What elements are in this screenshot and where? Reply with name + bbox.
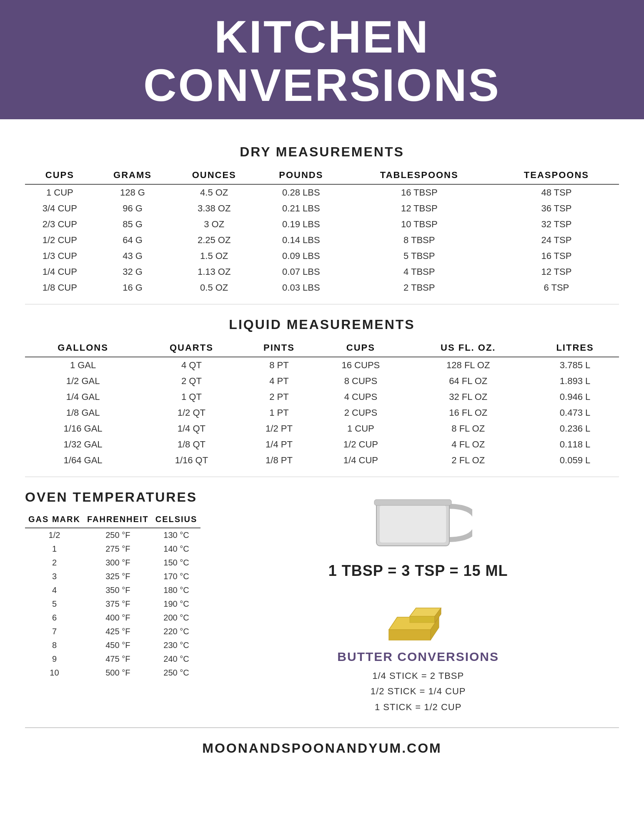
oven-table: GAS MARK FAHRENHEIT CELSIUS 1/2250 °F130… (25, 512, 200, 680)
butter-line-3: 1 STICK = 1/2 CUP (371, 699, 466, 715)
oven-cell-5-1: 375 °F (84, 597, 152, 611)
dry-cell-0-4: 16 TBSP (345, 184, 494, 201)
dry-cell-1-0: 3/4 CUP (25, 201, 95, 216)
oven-cell-0-1: 250 °F (84, 528, 152, 542)
liquid-cell-3-5: 0.473 L (531, 405, 619, 421)
liquid-cell-0-3: 16 CUPS (316, 357, 405, 373)
dry-table-row: 1/2 CUP64 G2.25 OZ0.14 LBS8 TBSP24 TSP (25, 232, 619, 248)
liquid-cell-4-0: 1/16 GAL (25, 421, 141, 437)
liquid-cell-6-1: 1/16 QT (141, 452, 242, 468)
liquid-table-row: 1/16 GAL1/4 QT1/2 PT1 CUP8 FL OZ0.236 L (25, 421, 619, 437)
oven-table-row: 7425 °F220 °C (25, 625, 200, 638)
liquid-table-row: 1/64 GAL1/16 QT1/8 PT1/4 CUP2 FL OZ0.059… (25, 452, 619, 468)
dry-cell-2-1: 85 G (95, 216, 171, 232)
dry-cell-6-3: 0.03 LBS (258, 280, 345, 296)
liquid-cell-2-2: 2 PT (242, 389, 316, 405)
liquid-measurements-table: GALLONS QUARTS PINTS CUPS US FL. OZ. LIT… (25, 340, 619, 468)
dry-cell-2-3: 0.19 LBS (258, 216, 345, 232)
oven-cell-2-2: 150 °C (152, 556, 201, 570)
butter-image (376, 592, 460, 646)
liquid-cell-5-5: 0.118 L (531, 437, 619, 452)
liquid-cell-3-4: 16 FL OZ (405, 405, 531, 421)
liquid-cell-4-3: 1 CUP (316, 421, 405, 437)
oven-cell-9-2: 240 °C (152, 652, 201, 666)
tbsp-conversion-text: 1 TBSP = 3 TSP = 15 ML (328, 562, 508, 580)
oven-cell-4-1: 350 °F (84, 583, 152, 597)
dry-table-row: 1 CUP128 G4.5 OZ0.28 LBS16 TBSP48 TSP (25, 184, 619, 201)
footer: MOONANDSPOONANDYUM.COM (25, 727, 619, 764)
svg-rect-7 (410, 616, 435, 623)
dry-table-header-row: CUPS GRAMS OUNCES POUNDS TABLESPOONS TEA… (25, 167, 619, 184)
dry-table-body: 1 CUP128 G4.5 OZ0.28 LBS16 TBSP48 TSP3/4… (25, 184, 619, 296)
liquid-cell-4-5: 0.236 L (531, 421, 619, 437)
oven-cell-9-0: 9 (25, 652, 84, 666)
butter-line-2: 1/2 STICK = 1/4 CUP (371, 683, 466, 699)
dry-cell-2-0: 2/3 CUP (25, 216, 95, 232)
liquid-col-gallons: GALLONS (25, 340, 141, 357)
dry-table-row: 2/3 CUP85 G3 OZ0.19 LBS10 TBSP32 TSP (25, 216, 619, 232)
liquid-cell-6-0: 1/64 GAL (25, 452, 141, 468)
dry-cell-1-3: 0.21 LBS (258, 201, 345, 216)
butter-conversions: 1/4 STICK = 2 TBSP 1/2 STICK = 1/4 CUP 1… (371, 668, 466, 715)
right-panel: 1 TBSP = 3 TSP = 15 ML BUTTER CONVERSION… (217, 490, 619, 715)
dry-cell-3-1: 64 G (95, 232, 171, 248)
dry-cell-4-3: 0.09 LBS (258, 248, 345, 264)
liquid-table-body: 1 GAL4 QT8 PT16 CUPS128 FL OZ3.785 L1/2 … (25, 357, 619, 468)
oven-table-row: 1275 °F140 °C (25, 542, 200, 556)
dry-cell-5-2: 1.13 OZ (170, 264, 258, 280)
liquid-table-row: 1/2 GAL2 QT4 PT8 CUPS64 FL OZ1.893 L (25, 373, 619, 389)
dry-cell-0-3: 0.28 LBS (258, 184, 345, 201)
oven-cell-3-0: 3 (25, 570, 84, 583)
oven-table-row: 10500 °F250 °C (25, 666, 200, 680)
liquid-table-row: 1/32 GAL1/8 QT1/4 PT1/2 CUP4 FL OZ0.118 … (25, 437, 619, 452)
oven-col-gasmark: GAS MARK (25, 512, 84, 528)
liquid-cell-4-2: 1/2 PT (242, 421, 316, 437)
liquid-cell-3-3: 2 CUPS (316, 405, 405, 421)
liquid-cell-5-4: 4 FL OZ (405, 437, 531, 452)
liquid-table-row: 1 GAL4 QT8 PT16 CUPS128 FL OZ3.785 L (25, 357, 619, 373)
oven-cell-5-2: 190 °C (152, 597, 201, 611)
dry-col-grams: GRAMS (95, 167, 171, 184)
dry-cell-0-2: 4.5 OZ (170, 184, 258, 201)
oven-table-row: 3325 °F170 °C (25, 570, 200, 583)
dry-cell-1-1: 96 G (95, 201, 171, 216)
liquid-cell-1-1: 2 QT (141, 373, 242, 389)
oven-cell-9-1: 475 °F (84, 652, 152, 666)
liquid-cell-1-5: 1.893 L (531, 373, 619, 389)
dry-cell-3-3: 0.14 LBS (258, 232, 345, 248)
footer-url: MOONANDSPOONANDYUM.COM (25, 741, 619, 756)
oven-cell-2-0: 2 (25, 556, 84, 570)
oven-table-row: 4350 °F180 °C (25, 583, 200, 597)
oven-cell-8-0: 8 (25, 638, 84, 652)
oven-section-title: OVEN TEMPERATURES (25, 490, 200, 505)
svg-rect-1 (380, 505, 446, 543)
liquid-col-cups: CUPS (316, 340, 405, 357)
liquid-col-quarts: QUARTS (141, 340, 242, 357)
liquid-cell-0-1: 4 QT (141, 357, 242, 373)
oven-cell-0-0: 1/2 (25, 528, 84, 542)
dry-cell-4-4: 5 TBSP (345, 248, 494, 264)
liquid-cell-6-2: 1/8 PT (242, 452, 316, 468)
liquid-cell-2-0: 1/4 GAL (25, 389, 141, 405)
liquid-cell-1-2: 4 PT (242, 373, 316, 389)
liquid-cell-1-0: 1/2 GAL (25, 373, 141, 389)
liquid-cell-3-1: 1/2 QT (141, 405, 242, 421)
dry-cell-2-2: 3 OZ (170, 216, 258, 232)
dry-cell-6-1: 16 G (95, 280, 171, 296)
liquid-cell-6-5: 0.059 L (531, 452, 619, 468)
oven-table-body: 1/2250 °F130 °C1275 °F140 °C2300 °F150 °… (25, 528, 200, 680)
dry-table-row: 1/3 CUP43 G1.5 OZ0.09 LBS5 TBSP16 TSP (25, 248, 619, 264)
liquid-cell-0-0: 1 GAL (25, 357, 141, 373)
liquid-cell-2-4: 32 FL OZ (405, 389, 531, 405)
dry-col-cups: CUPS (25, 167, 95, 184)
oven-cell-2-1: 300 °F (84, 556, 152, 570)
dry-cell-5-3: 0.07 LBS (258, 264, 345, 280)
oven-table-row: 8450 °F230 °C (25, 638, 200, 652)
liquid-cell-5-2: 1/4 PT (242, 437, 316, 452)
dry-cell-5-4: 4 TBSP (345, 264, 494, 280)
oven-cell-0-2: 130 °C (152, 528, 201, 542)
dry-measurements-table: CUPS GRAMS OUNCES POUNDS TABLESPOONS TEA… (25, 167, 619, 296)
dry-cell-3-2: 2.25 OZ (170, 232, 258, 248)
dry-cell-5-1: 32 G (95, 264, 171, 280)
dry-cell-3-0: 1/2 CUP (25, 232, 95, 248)
